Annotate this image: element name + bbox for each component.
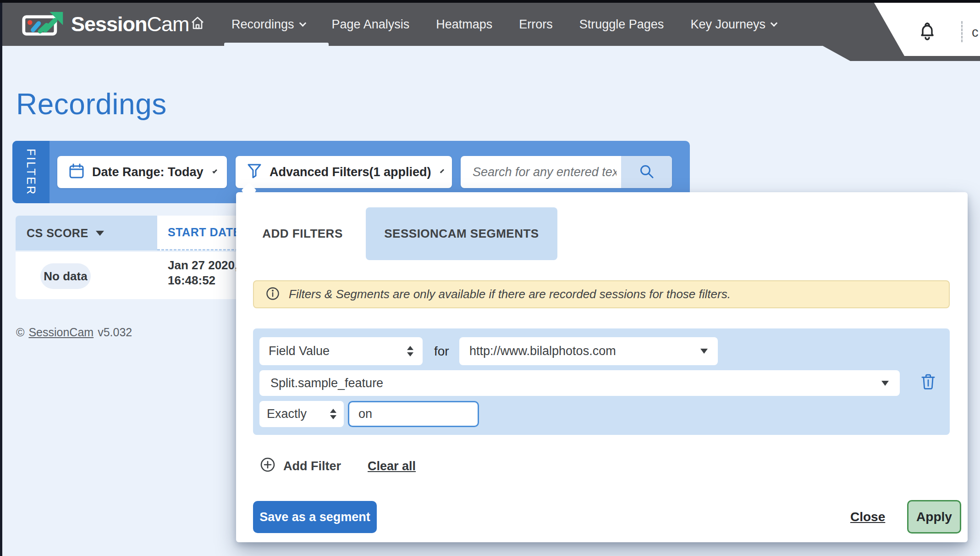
nav-struggle-pages[interactable]: Struggle Pages: [579, 17, 664, 32]
bell-icon: [918, 36, 936, 44]
page-title: Recordings: [16, 87, 167, 121]
nav-recordings-label: Recordings: [231, 17, 294, 32]
operator-select-value: Exactly: [267, 407, 307, 421]
filter-bar-tab-label: FILTER: [24, 149, 38, 195]
brand-logo[interactable]: SessionCam: [22, 3, 189, 46]
close-button[interactable]: Close: [850, 501, 885, 533]
tab-add-filters-label: ADD FILTERS: [262, 227, 342, 241]
warning-banner: Filters & Segments are only available if…: [253, 280, 950, 308]
search-input[interactable]: [461, 156, 621, 188]
chevron-down-icon: [299, 19, 306, 27]
start-date-line1: Jan 27 2020,: [168, 258, 238, 273]
operator-select[interactable]: Exactly: [259, 401, 344, 427]
start-date-header-label: START DATE: [168, 226, 241, 239]
chevron-down-icon: [771, 19, 778, 27]
close-label: Close: [850, 510, 885, 524]
select-stepper-icon: [330, 409, 336, 419]
sessioncam-app: SessionCam Recordings Page Analysis: [0, 0, 980, 556]
cs-score-badge: No data: [40, 263, 91, 289]
sessioncam-logo-icon: [22, 11, 66, 38]
nav-page-analysis-label: Page Analysis: [332, 17, 410, 32]
filter-bar-tab[interactable]: FILTER: [12, 141, 50, 203]
nav-key-journeys-label: Key Journeys: [690, 17, 765, 32]
copyright-symbol: ©: [16, 326, 24, 339]
tab-sessioncam-segments-label: SESSIONCAM SEGMENTS: [384, 227, 539, 241]
date-range-button[interactable]: Date Range: Today: [57, 156, 227, 188]
column-header-cs-score[interactable]: CS SCORE: [16, 216, 157, 250]
apply-button[interactable]: Apply: [907, 500, 961, 534]
main-nav: Recordings Page Analysis Heatmaps Errors…: [190, 3, 776, 46]
search-box: [461, 156, 672, 188]
info-icon: [266, 287, 280, 302]
delete-filter-button[interactable]: [918, 371, 939, 394]
calendar-icon: [68, 163, 85, 181]
clear-all-label: Clear all: [368, 459, 416, 473]
chevron-down-icon: [212, 168, 217, 173]
search-icon: [639, 163, 655, 181]
navbar: SessionCam Recordings Page Analysis: [2, 3, 980, 46]
user-menu-partial-text[interactable]: c: [972, 25, 979, 40]
trash-icon: [920, 373, 936, 392]
circle-plus-icon: [260, 457, 275, 476]
nav-heatmaps-label: Heatmaps: [436, 17, 492, 32]
select-stepper-icon: [407, 346, 413, 356]
nav-errors-label: Errors: [519, 17, 553, 32]
active-tab-indicator: [224, 43, 329, 46]
date-range-label: Date Range: Today: [92, 165, 204, 179]
cs-score-header-label: CS SCORE: [27, 227, 88, 240]
chevron-down-icon: [440, 169, 444, 173]
home-icon: [190, 16, 205, 33]
brand-name: SessionCam: [71, 12, 189, 36]
clear-all-button[interactable]: Clear all: [368, 455, 416, 478]
version-label: v5.032: [98, 326, 132, 339]
nav-errors[interactable]: Errors: [519, 17, 553, 32]
divider: [961, 21, 963, 42]
advanced-filters-panel: ADD FILTERS SESSIONCAM SEGMENTS Filters …: [236, 192, 968, 542]
for-label: for: [434, 337, 449, 365]
site-select[interactable]: http://www.bilalphotos.com: [459, 337, 718, 365]
nav-heatmaps[interactable]: Heatmaps: [436, 17, 492, 32]
window-top-edge: [0, 0, 980, 3]
funnel-icon: [247, 163, 262, 181]
feature-select-value: Split.sample_feature: [270, 376, 383, 390]
add-filter-label: Add Filter: [283, 459, 341, 473]
tab-sessioncam-segments[interactable]: SESSIONCAM SEGMENTS: [366, 207, 557, 260]
filter-group: Field Value for http://www.bilalphotos.c…: [253, 328, 950, 435]
field-type-value: Field Value: [269, 344, 330, 358]
select-arrow-icon: [700, 349, 708, 354]
nav-recordings[interactable]: Recordings: [231, 17, 305, 32]
filter-value-input[interactable]: [348, 401, 479, 427]
search-button[interactable]: [621, 156, 672, 188]
notifications-button[interactable]: [918, 21, 936, 44]
field-type-select[interactable]: Field Value: [259, 337, 423, 365]
app-footer: © SessionCam v5.032: [16, 326, 132, 339]
start-date-line2: 16:48:52: [168, 273, 238, 288]
advanced-filters-button[interactable]: Advanced Filters(1 applied): [236, 156, 452, 188]
site-select-value: http://www.bilalphotos.com: [469, 344, 616, 358]
feature-select[interactable]: Split.sample_feature: [259, 370, 900, 396]
nav-key-journeys[interactable]: Key Journeys: [690, 17, 776, 32]
add-filter-button[interactable]: Add Filter: [260, 455, 341, 478]
advanced-filters-label: Advanced Filters(1 applied): [270, 165, 431, 179]
nav-home[interactable]: [190, 16, 205, 33]
nav-struggle-pages-label: Struggle Pages: [579, 17, 664, 32]
tab-add-filters[interactable]: ADD FILTERS: [250, 207, 355, 260]
save-as-segment-button[interactable]: Save as a segment: [253, 501, 377, 533]
start-date-value: Jan 27 2020, 16:48:52: [168, 258, 238, 288]
nav-page-analysis[interactable]: Page Analysis: [332, 17, 410, 32]
footer-sessioncam-link[interactable]: SessionCam: [28, 326, 94, 339]
warning-text: Filters & Segments are only available if…: [289, 287, 731, 301]
sort-caret-icon: [96, 231, 104, 236]
select-arrow-icon: [881, 381, 889, 386]
window-left-edge: [0, 0, 2, 556]
